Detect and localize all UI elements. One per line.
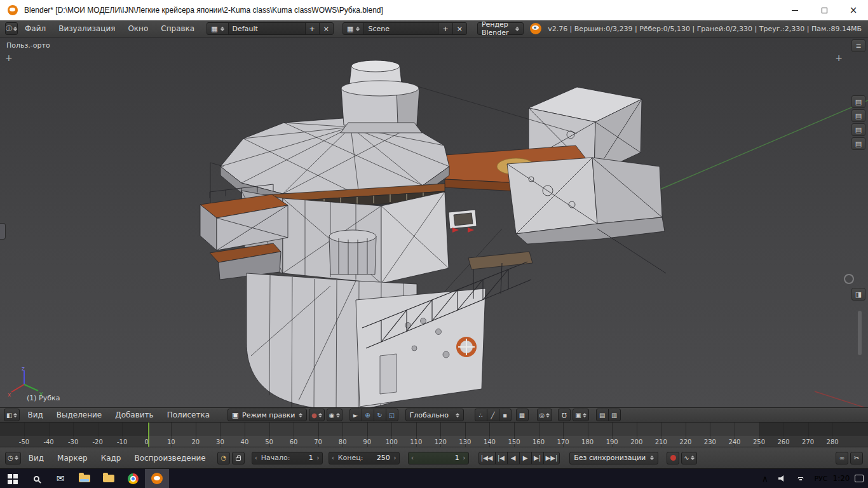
side-panel-button-3[interactable]: ▤	[851, 123, 865, 136]
frame-end-field[interactable]: Конец: 250	[329, 452, 400, 464]
close-icon: ×	[850, 4, 858, 16]
render-engine-dropdown[interactable]: Рендер Blender	[477, 22, 524, 35]
av-sync-dropdown[interactable]: Без синхронизации	[569, 452, 658, 464]
close-button[interactable]: ×	[839, 0, 868, 20]
region-menu-button[interactable]: ≡	[851, 39, 865, 52]
menu-window[interactable]: Окно	[122, 22, 154, 35]
timeline-tick-label: 80	[339, 438, 347, 445]
frame-start-field[interactable]: Начало: 1	[252, 452, 323, 464]
rotate-manipulator-button[interactable]: ↻	[374, 409, 386, 421]
occlude-geometry-button[interactable]: ▦	[516, 409, 529, 421]
tray-network-button[interactable]	[792, 469, 810, 488]
menu-view[interactable]: Вид	[22, 409, 48, 421]
taskbar-folder-button[interactable]	[97, 469, 121, 488]
menu-timeline-view[interactable]: Вид	[23, 452, 50, 464]
side-panel-button-5[interactable]: ◨	[851, 288, 865, 301]
previous-keyframe-button[interactable]: |◀	[495, 452, 508, 464]
scene-delete-button[interactable]: ×	[452, 22, 467, 35]
taskbar-chrome-button[interactable]	[121, 469, 145, 488]
play-button[interactable]: ▶	[519, 452, 532, 464]
maximize-button[interactable]	[810, 0, 839, 20]
side-panel-button-4[interactable]: ▤	[851, 137, 865, 150]
link-button[interactable]: ∞	[836, 452, 848, 464]
taskbar-mail-button[interactable]: ✉	[48, 469, 72, 488]
side-panel-button-1[interactable]: ▤	[851, 95, 865, 108]
viewport-widget-circle[interactable]	[844, 274, 854, 284]
scene-statistics: v2.76 | Вершин:0/3,239 | Рёбер:0/5,130 |…	[548, 25, 863, 33]
timeline-ruler[interactable]: -50-40-30-20-100102030405060708090100110…	[0, 436, 868, 447]
taskbar-explorer-button[interactable]	[72, 469, 97, 488]
timeline-tick-label: 130	[459, 438, 471, 445]
info-editor-type-button[interactable]: ⓘ	[5, 22, 18, 35]
scene-name-field[interactable]: Scene	[363, 22, 438, 35]
menu-help[interactable]: Справка	[155, 22, 200, 35]
tray-overflow-button[interactable]: ∧	[756, 469, 774, 488]
window-titlebar[interactable]: Blender* [D:\МОИ МОДЕЛИ\IJN\Легкие крейс…	[0, 0, 868, 20]
auto-keyframe-record-button[interactable]	[667, 452, 679, 464]
viewport-scrollbar[interactable]	[858, 311, 862, 355]
tray-clock[interactable]: 1:20	[832, 469, 850, 488]
scene-add-button[interactable]: +	[438, 22, 452, 35]
mode-dropdown[interactable]: ▣ Режим правки	[227, 409, 307, 421]
snap-toggle-button[interactable]: Ω	[558, 409, 571, 421]
menu-file[interactable]: Файл	[19, 22, 51, 35]
menu-marker[interactable]: Маркер	[51, 452, 93, 464]
viewport-3d[interactable]: Польз.-орто (1) Рубка z x y + + ≡ ▤ ▤ ▤ …	[0, 37, 868, 407]
scale-manipulator-button[interactable]: ◱	[386, 409, 398, 421]
side-panel-button-2[interactable]: ▤	[851, 109, 865, 122]
manipulator-toggle-button[interactable]: ►	[349, 409, 362, 421]
menu-playback[interactable]: Воспроизведение	[128, 452, 211, 464]
proportional-edit-dropdown[interactable]: ◎	[537, 409, 553, 421]
toolshelf-tab[interactable]	[0, 223, 6, 240]
menu-mesh[interactable]: Полисетка	[161, 409, 215, 421]
sync-value: Без синхронизации	[574, 454, 646, 462]
next-keyframe-button[interactable]: ▶|	[531, 452, 544, 464]
viewport-3d-canvas[interactable]	[0, 37, 868, 407]
spin-arrows-icon	[336, 411, 340, 419]
menu-add[interactable]: Добавить	[109, 409, 159, 421]
timeline-strip[interactable]: -50-40-30-20-100102030405060708090100110…	[0, 423, 868, 447]
timeline-tick-label: -20	[92, 438, 102, 445]
face-select-button[interactable]: ▪	[499, 409, 512, 421]
menu-frame[interactable]: Кадр	[95, 452, 127, 464]
view3d-editor-type-button[interactable]: ◧	[4, 409, 20, 421]
timeline-tick-label: 100	[386, 438, 398, 445]
taskbar-search-button[interactable]	[24, 469, 48, 488]
layout-delete-button[interactable]: ×	[319, 22, 334, 35]
toolshelf-expand-button[interactable]: +	[5, 53, 13, 62]
minimize-button[interactable]	[780, 0, 810, 20]
spin-arrows-icon	[356, 25, 360, 33]
taskbar-blender-button[interactable]	[145, 469, 169, 488]
transform-orientation-dropdown[interactable]: Глобально	[405, 409, 464, 421]
preview-range-button[interactable]: ◔	[217, 452, 230, 464]
current-frame-field[interactable]: 1	[408, 452, 469, 464]
end-value: 250	[377, 454, 390, 462]
timeline-editor-type-button[interactable]: ◷	[5, 452, 21, 464]
jump-to-start-button[interactable]: |◀◀	[478, 452, 496, 464]
lock-time-cursor-button[interactable]	[232, 452, 245, 464]
translate-manipulator-button[interactable]: ⊕	[362, 409, 374, 421]
action-center-button[interactable]	[850, 469, 868, 488]
menu-select[interactable]: Выделение	[51, 409, 107, 421]
cut-button[interactable]: ✂	[850, 452, 863, 464]
layout-name-field[interactable]: Default	[228, 22, 306, 35]
opengl-render-anim-button[interactable]: ▥	[608, 409, 621, 421]
snap-element-dropdown[interactable]: ▣	[573, 409, 588, 421]
layout-browse-button[interactable]: ▦	[207, 22, 228, 35]
vertex-select-button[interactable]: ∴	[475, 409, 487, 421]
tray-language-button[interactable]: РУС	[810, 469, 832, 488]
properties-expand-button[interactable]: +	[835, 53, 843, 62]
scene-browse-button[interactable]: ▦	[342, 22, 364, 35]
menu-list-icon: ≡	[855, 42, 861, 50]
keying-set-dropdown[interactable]: ∿	[681, 452, 696, 464]
opengl-render-button[interactable]: ▤	[596, 409, 609, 421]
pivot-point-dropdown[interactable]: ◉	[327, 409, 342, 421]
layout-add-button[interactable]: +	[305, 22, 320, 35]
play-reverse-button[interactable]: ◀	[507, 452, 520, 464]
start-button[interactable]	[0, 469, 24, 488]
tray-volume-button[interactable]	[774, 469, 792, 488]
edge-select-button[interactable]: ╱	[487, 409, 499, 421]
viewport-shading-dropdown[interactable]: ●	[309, 409, 325, 421]
menu-render[interactable]: Визуализация	[53, 22, 121, 35]
jump-to-end-button[interactable]: ▶▶|	[543, 452, 560, 464]
